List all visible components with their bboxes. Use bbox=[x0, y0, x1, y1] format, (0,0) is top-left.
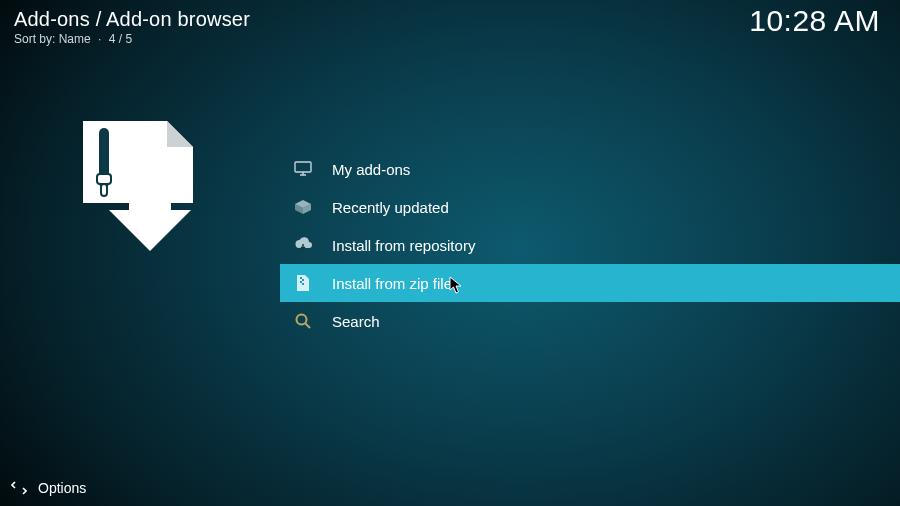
search-icon bbox=[292, 312, 314, 330]
svg-rect-16 bbox=[101, 184, 107, 196]
menu-list: My add-ons Recently updated Install from… bbox=[280, 150, 900, 340]
svg-rect-13 bbox=[95, 166, 99, 169]
options-label: Options bbox=[38, 480, 86, 496]
menu-item-label: Install from repository bbox=[332, 237, 475, 254]
svg-rect-7 bbox=[95, 148, 99, 151]
menu-item-label: Install from zip file bbox=[332, 275, 452, 292]
menu-recently-updated[interactable]: Recently updated bbox=[280, 188, 900, 226]
svg-rect-5 bbox=[95, 142, 99, 145]
svg-rect-11 bbox=[95, 160, 99, 163]
svg-rect-2 bbox=[109, 130, 113, 133]
svg-rect-17 bbox=[295, 162, 311, 172]
svg-rect-18 bbox=[300, 277, 302, 279]
svg-rect-15 bbox=[97, 174, 111, 184]
clock: 10:28 AM bbox=[749, 4, 880, 38]
menu-install-zip[interactable]: Install from zip file bbox=[280, 264, 900, 302]
svg-rect-4 bbox=[109, 136, 113, 139]
svg-rect-14 bbox=[109, 166, 113, 169]
svg-rect-8 bbox=[109, 148, 113, 151]
menu-my-addons[interactable]: My add-ons bbox=[280, 150, 900, 188]
svg-rect-6 bbox=[109, 142, 113, 145]
cloud-download-icon bbox=[292, 237, 314, 253]
svg-rect-21 bbox=[302, 283, 304, 285]
svg-rect-19 bbox=[302, 279, 304, 281]
menu-search[interactable]: Search bbox=[280, 302, 900, 340]
options-button[interactable]: Options bbox=[10, 480, 86, 496]
svg-rect-20 bbox=[300, 281, 302, 283]
svg-rect-10 bbox=[109, 154, 113, 157]
box-icon bbox=[292, 199, 314, 215]
sidebar bbox=[0, 0, 280, 506]
svg-rect-12 bbox=[109, 160, 113, 163]
menu-install-repository[interactable]: Install from repository bbox=[280, 226, 900, 264]
menu-item-label: Recently updated bbox=[332, 199, 449, 216]
download-zip-illustration bbox=[75, 118, 205, 253]
menu-item-label: Search bbox=[332, 313, 380, 330]
monitor-icon bbox=[292, 161, 314, 177]
svg-rect-3 bbox=[95, 136, 99, 139]
zip-file-icon bbox=[292, 274, 314, 292]
svg-rect-1 bbox=[95, 130, 99, 133]
menu-item-label: My add-ons bbox=[332, 161, 410, 178]
svg-rect-9 bbox=[95, 154, 99, 157]
options-icon bbox=[10, 481, 28, 495]
svg-point-22 bbox=[297, 315, 307, 325]
